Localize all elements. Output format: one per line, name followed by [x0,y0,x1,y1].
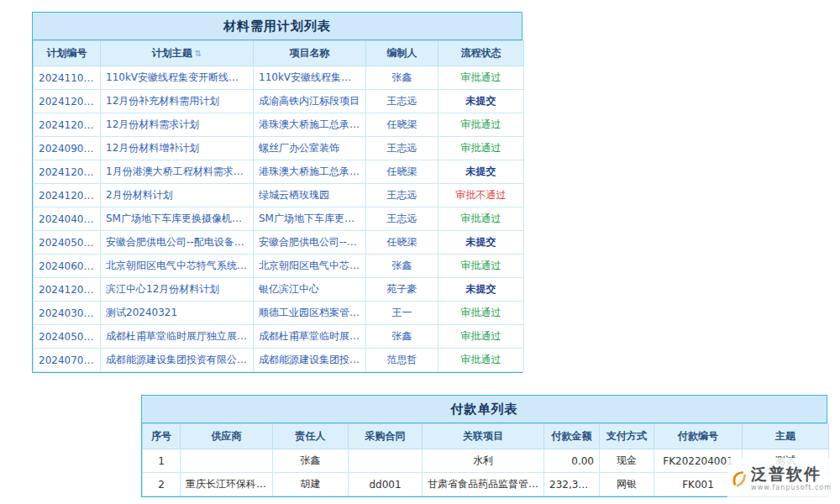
row-no-cell: 1 [143,449,181,473]
row-no-cell: 2 [143,473,181,496]
compiler-cell: 范思哲 [366,349,438,372]
fanpu-logo-icon [731,463,746,495]
project-name-cell: 港珠澳大桥施工总承包... [254,113,366,137]
plan-subject-cell: 滨江中心12月份材料计划 [101,278,254,302]
plan-subject-cell: 北京朝阳区电气中芯特气系统之... [101,255,254,278]
material-plan-table: 材料需用计划列表 计划编号计划主题⇅项目名称编制人流程状态 2024110002… [32,12,522,373]
material-col-header-4[interactable]: 流程状态 [438,41,524,66]
compiler-cell: 王志远 [366,184,438,207]
material-table-title: 材料需用计划列表 [33,13,522,40]
payment-table-row[interactable]: 2重庆长江环保科技公司胡建dd001甘肃省食品药品监督管理局...232,324… [143,473,829,496]
amount-cell: 0.00 [544,449,600,473]
payment-col-header-8[interactable]: 主题 [743,424,829,449]
material-table-row[interactable]: 2024050007成都杜甫草堂临时展厅独立展柜...成都杜甫草堂临时展厅...… [34,325,524,349]
material-table-row[interactable]: 20241200091月份港澳大桥工程材料需求计划港珠澳大桥施工总承包...任晓… [34,160,524,184]
plan-subject-cell: 2月份材料计划 [101,184,254,207]
status-cell: 审批通过 [438,255,524,278]
material-table-row[interactable]: 2024120001滨江中心12月份材料计划银亿滨江中心苑子豪未提交 [34,278,524,302]
plan-subject-cell: 110kV安徽线程集变开断线路工... [101,66,254,90]
payment-col-header-3[interactable]: 采购合同 [349,424,423,449]
status-cell: 审批通过 [438,349,524,372]
payment-col-header-1[interactable]: 供应商 [181,424,273,449]
material-table-row[interactable]: 20241200072月份材料计划绿城云栖玫瑰园王志远审批不通过 [34,184,524,207]
status-cell: 未提交 [438,90,524,113]
material-table-grid: 计划编号计划主题⇅项目名称编制人流程状态 2024110002110kV安徽线程… [33,40,524,372]
plan-id-cell: 2024050007 [34,325,101,349]
watermark-url: www.fanpusoft.com [751,485,832,492]
payment-col-header-7[interactable]: 付款编号 [654,424,743,449]
plan-subject-cell: SM广场地下车库更换摄像机及硬... [101,207,254,231]
material-col-header-0[interactable]: 计划编号 [34,41,101,66]
owner-cell: 胡建 [273,473,349,496]
material-col-header-2[interactable]: 项目名称 [254,41,366,66]
sort-icon[interactable]: ⇅ [195,49,202,58]
method-cell: 现金 [600,449,654,473]
method-cell: 网银 [600,473,654,496]
status-cell: 未提交 [438,278,524,302]
material-header-row: 计划编号计划主题⇅项目名称编制人流程状态 [34,41,524,66]
plan-id-cell: 2024050003 [34,231,101,255]
project-name-cell: SM广场地下车库更换摄... [254,207,366,231]
contract-cell [349,449,423,473]
compiler-cell: 任晓渠 [366,160,438,184]
related-project-cell: 甘肃省食品药品监督管理局... [423,473,544,496]
project-name-cell: 成都杜甫草堂临时展厅... [254,325,366,349]
material-table-row[interactable]: 202412000312月份补充材料需用计划成渝高铁内江标段项目王志远未提交 [34,90,524,113]
payment-col-header-5[interactable]: 付款金额 [544,424,600,449]
plan-id-cell: 2024120007 [34,184,101,207]
project-name-cell: 成渝高铁内江标段项目 [254,90,366,113]
plan-subject-cell: 安徽合肥供电公司--配电设备检... [101,231,254,255]
plan-id-cell: 2024120001 [34,278,101,302]
status-cell: 审批通过 [438,137,524,160]
project-name-cell: 北京朝阳区电气中芯特... [254,255,366,278]
material-table-row[interactable]: 2024030009测试20240321顺德工业园区档案管理...王一审批通过 [34,302,524,325]
material-table-row[interactable]: 2024070004成都能源建设集团投资有限公司...成都能源建设集团投资...… [34,349,524,372]
plan-subject-cell: 测试20240321 [101,302,254,325]
material-col-header-3[interactable]: 编制人 [366,41,438,66]
project-name-cell: 成都能源建设集团投资... [254,349,366,372]
compiler-cell: 王志远 [366,207,438,231]
plan-id-cell: 2024110002 [34,66,101,90]
plan-id-cell: 2024120003 [34,90,101,113]
compiler-cell: 任晓渠 [366,113,438,137]
material-col-header-1[interactable]: 计划主题⇅ [101,41,254,66]
plan-subject-cell: 12月份材料增补计划 [101,137,254,160]
compiler-cell: 苑子豪 [366,278,438,302]
status-cell: 审批通过 [438,325,524,349]
payment-col-header-4[interactable]: 关联项目 [423,424,544,449]
supplier-cell [181,449,273,473]
material-table-row[interactable]: 2024040005SM广场地下车库更换摄像机及硬...SM广场地下车库更换摄.… [34,207,524,231]
project-name-cell: 港珠澳大桥施工总承包... [254,160,366,184]
payment-col-header-2[interactable]: 责任人 [273,424,349,449]
plan-id-cell: 2024060001 [34,255,101,278]
material-table-row[interactable]: 202409000712月份材料增补计划螺丝厂办公室装饰王志远审批通过 [34,137,524,160]
payment-table-row[interactable]: 1张鑫水利0.00现金FK202204001测试 [143,449,829,473]
material-table-row[interactable]: 2024050003安徽合肥供电公司--配电设备检...安徽合肥供电公司--配电… [34,231,524,255]
payment-col-header-6[interactable]: 支付方式 [600,424,654,449]
payment-table-title: 付款单列表 [142,396,827,423]
compiler-cell: 张鑫 [366,255,438,278]
status-cell: 审批通过 [438,66,524,90]
payment-table-grid: 序号供应商责任人采购合同关联项目付款金额支付方式付款编号主题 1张鑫水利0.00… [142,423,829,496]
watermark-text: 泛普软件 www.fanpusoft.com [751,465,832,492]
plan-subject-cell: 12月份材料需求计划 [101,113,254,137]
status-cell: 审批通过 [438,113,524,137]
related-project-cell: 水利 [423,449,544,473]
contract-cell: dd001 [349,473,423,496]
status-cell: 审批通过 [438,207,524,231]
material-table-row[interactable]: 202412000812月份材料需求计划港珠澳大桥施工总承包...任晓渠审批通过 [34,113,524,137]
material-table-row[interactable]: 2024110002110kV安徽线程集变开断线路工...110kV安徽线程集变… [34,66,524,90]
payment-col-header-0[interactable]: 序号 [143,424,181,449]
supplier-cell: 重庆长江环保科技公司 [181,473,273,496]
project-name-cell: 螺丝厂办公室装饰 [254,137,366,160]
compiler-cell: 张鑫 [366,325,438,349]
payment-header-row: 序号供应商责任人采购合同关联项目付款金额支付方式付款编号主题 [143,424,829,449]
project-name-cell: 银亿滨江中心 [254,278,366,302]
plan-id-cell: 2024120009 [34,160,101,184]
amount-cell: 232,324.00 [544,473,600,496]
compiler-cell: 张鑫 [366,66,438,90]
project-name-cell: 安徽合肥供电公司--配电... [254,231,366,255]
compiler-cell: 王志远 [366,90,438,113]
payment-list-table: 付款单列表 序号供应商责任人采购合同关联项目付款金额支付方式付款编号主题 1张鑫… [141,395,827,497]
material-table-row[interactable]: 2024060001北京朝阳区电气中芯特气系统之...北京朝阳区电气中芯特...… [34,255,524,278]
